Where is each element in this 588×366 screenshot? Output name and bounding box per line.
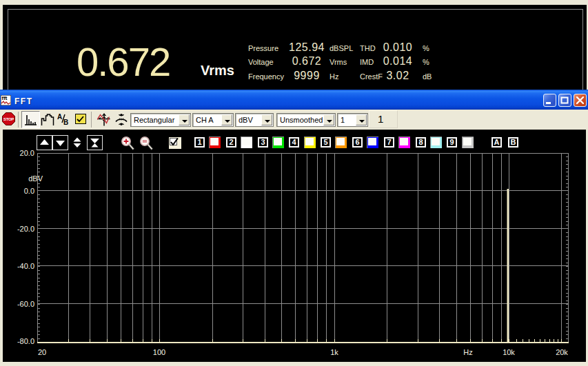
svg-text:A: A [57,113,62,121]
svg-text:100: 100 [153,348,165,356]
svg-text:B: B [63,119,68,126]
svg-text:fft: fft [2,95,8,101]
svg-text:-20.0: -20.0 [17,225,34,233]
svg-text:dBV: dBV [28,174,43,183]
svg-text:0.0: 0.0 [24,187,34,195]
svg-text:Hz: Hz [463,348,472,356]
svg-text:-80.0: -80.0 [17,337,34,345]
svg-text:20: 20 [38,348,46,356]
svg-text:20.0: 20.0 [20,149,34,157]
svg-text:-40.0: -40.0 [17,262,34,270]
svg-text:-60.0: -60.0 [17,300,34,308]
svg-text:STOP: STOP [3,117,14,121]
svg-text:10k: 10k [503,348,515,356]
svg-text:20k: 20k [556,348,568,356]
svg-text:1k: 1k [330,348,338,356]
